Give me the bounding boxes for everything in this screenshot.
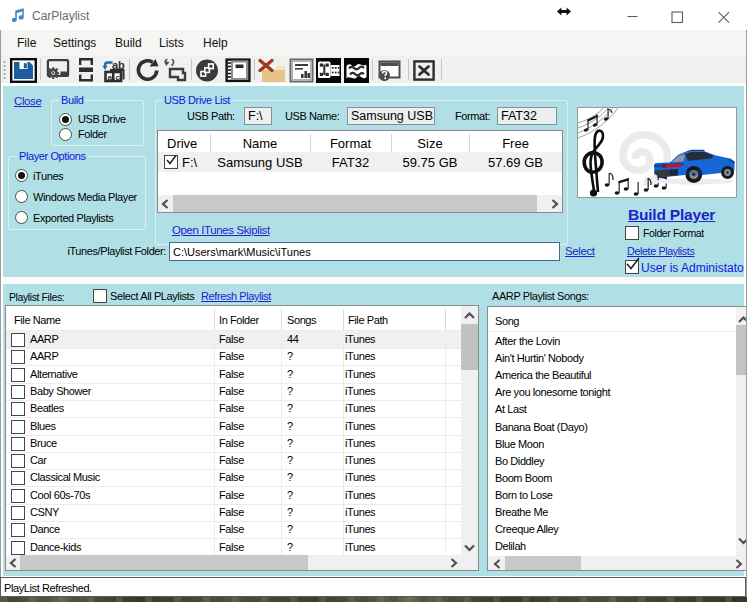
svg-text:c: c <box>115 73 120 82</box>
svg-text:a: a <box>108 73 113 82</box>
